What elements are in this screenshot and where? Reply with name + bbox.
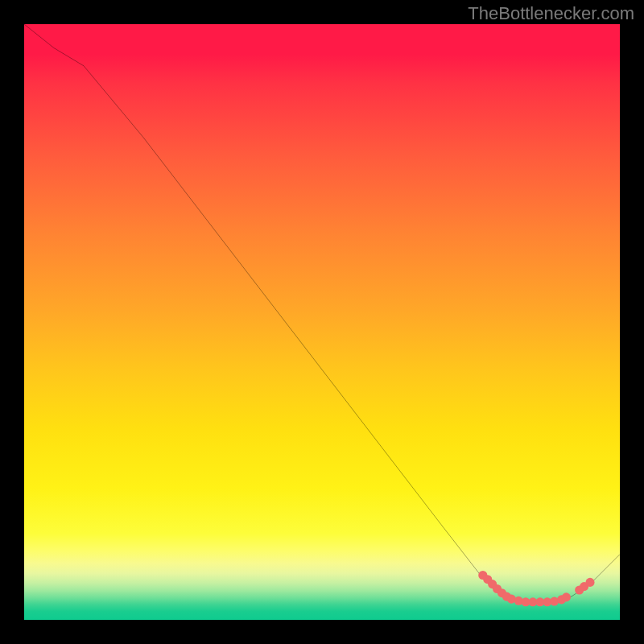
marker-layer (478, 571, 594, 606)
curve-layer (24, 24, 620, 602)
bottleneck-curve (24, 24, 620, 602)
chart-svg (24, 24, 620, 620)
data-marker (585, 578, 594, 587)
attribution-label: TheBottlenecker.com (468, 3, 634, 24)
plot-area (24, 24, 620, 620)
data-marker (562, 592, 571, 601)
chart-canvas: TheBottlenecker.com (0, 0, 644, 644)
